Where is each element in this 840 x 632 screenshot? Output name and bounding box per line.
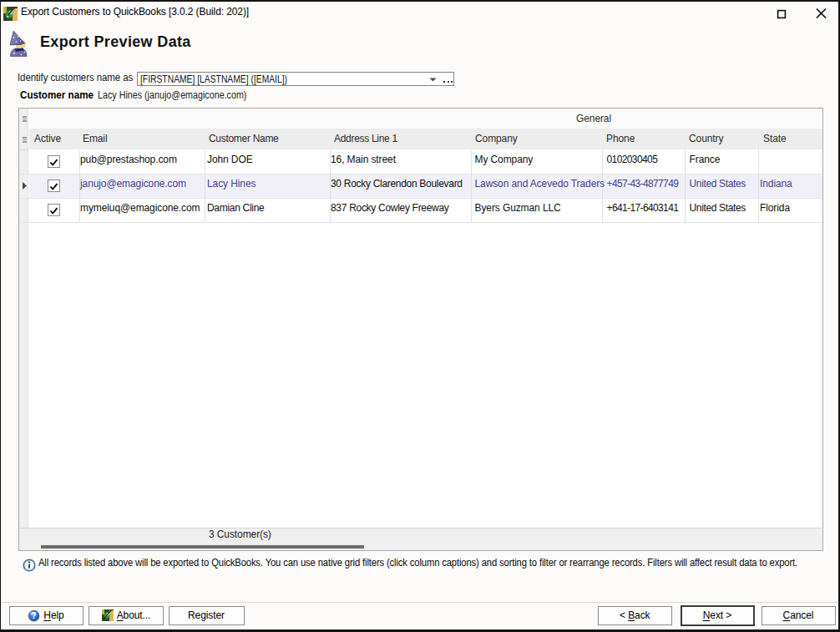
svg-text:?: ?: [32, 610, 37, 620]
